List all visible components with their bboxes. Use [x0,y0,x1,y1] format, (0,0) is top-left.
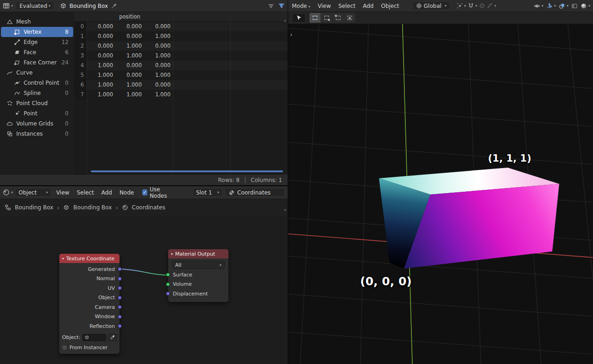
node-header[interactable]: ▾ Texture Coordinate [59,254,120,263]
sidebar-item-face[interactable]: Face 6 [1,47,73,57]
menu-select[interactable]: Select [74,189,97,196]
pin-icon[interactable] [111,3,117,9]
vertex-icon [14,29,20,35]
collapse-chevron-icon[interactable]: ▾ [171,252,173,256]
sidebar-item-control-point[interactable]: Control Point 0 [1,78,73,88]
column-group-position[interactable]: position [87,12,173,22]
sidebar-item-vertex[interactable]: Vertex 8 [1,27,73,37]
viewport-header: Mode▾ View Select Add Object Global ▾ ▾ [288,0,593,12]
evaluation-state-dropdown[interactable]: Evaluated ▾ [16,1,54,10]
object-field[interactable] [82,334,106,341]
select-mode-group [309,13,355,23]
object-visibility-button[interactable]: ▾ [534,3,543,9]
sidebar-item-curve[interactable]: Curve [1,68,73,78]
editor-type-button[interactable]: ▾ [3,189,13,196]
menu-add[interactable]: Add [99,189,115,196]
sidebar-item-point[interactable]: Point 0 [1,108,73,119]
sidebar-item-instances[interactable]: Instances 0 [1,129,73,139]
gizmo-arrows-icon [546,3,553,9]
socket-surface[interactable] [166,273,170,277]
sidebar-item-mesh[interactable]: Mesh [1,17,73,27]
node-texture-coordinate[interactable]: ▾ Texture Coordinate Generated Normal UV… [59,254,120,354]
menu-view[interactable]: View [53,189,72,196]
socket-volume[interactable] [166,282,170,286]
toolbar-expand-arrow[interactable]: › [290,31,292,38]
select-mode-extend[interactable] [321,13,332,23]
falloff-button[interactable]: ▾ [487,3,496,9]
row-count: Rows: 8 [218,177,240,183]
region-collapse-arrow[interactable]: ‹ [284,18,286,24]
material-slot-dropdown[interactable]: Slot 1 ▾ [192,188,223,197]
menu-select[interactable]: Select [335,3,358,9]
use-nodes-toggle[interactable]: ✓ Use Nodes [142,186,174,199]
socket-displacement[interactable] [166,292,170,296]
filter-funnel-icon[interactable] [278,2,285,9]
menu-add[interactable]: Add [360,3,376,9]
snap-target-button[interactable]: ▾ [457,3,466,9]
breadcrumb-material[interactable]: Coordinates [132,204,165,211]
shader-type-dropdown[interactable]: Object ▾ [15,188,51,197]
sidebar-item-face-corner[interactable]: Face Corner 24 [1,57,73,68]
node-header[interactable]: ▾ Material Output [168,249,228,258]
table-column-header[interactable]: position [74,12,288,22]
table-row[interactable]: 30.0001.0001.000 [74,51,288,61]
select-mode-new[interactable] [309,13,321,23]
annotation-origin: (0, 0, 0) [360,275,411,288]
node-canvas[interactable] [0,216,288,364]
spreadsheet-table: position 00.0000.0000.000 10.0000.0001.0… [74,12,288,174]
spreadsheet-status-bar: Rows: 8 | Columns: 1 [0,174,288,185]
sidebar-item-point-cloud[interactable]: Point Cloud [1,98,73,108]
socket-object[interactable] [118,295,122,300]
table-row[interactable]: 41.0000.0000.000 [74,61,288,70]
sidebar-item-volume-grids[interactable]: Volume Grids 0 [1,119,73,129]
select-mode-subtract[interactable] [333,13,344,23]
editor-type-button[interactable]: ▾ [3,2,13,9]
shading-mode-button[interactable]: ▾ [580,3,590,9]
horizontal-scrollbar[interactable] [91,170,283,172]
use-nodes-checkbox[interactable]: ✓ [142,189,147,195]
gizmos-button[interactable]: ▾ [546,3,556,9]
socket-generated[interactable] [118,267,122,271]
table-row[interactable]: 20.0001.0000.000 [74,41,288,51]
viewport-tool-bar [288,12,593,24]
eyedropper-icon[interactable] [108,334,117,341]
socket-reflection[interactable] [118,324,122,328]
table-row[interactable]: 61.0001.0000.000 [74,80,288,90]
filter-rows-icon[interactable] [268,3,274,9]
socket-uv[interactable] [118,286,122,290]
socket-normal[interactable] [118,276,122,281]
table-row[interactable]: 00.0000.0000.000 [74,22,288,31]
from-instancer-toggle[interactable]: From Instancer [62,345,117,351]
chevron-down-icon: ▾ [554,4,556,8]
chevron-down-icon: ▾ [567,4,568,8]
mode-dropdown[interactable]: Mode▾ [291,3,313,9]
select-mode-intersect[interactable] [344,13,355,23]
menu-node[interactable]: Node [117,189,137,196]
breadcrumb-object[interactable]: Bounding Box [15,204,53,211]
menu-view[interactable]: View [315,3,334,9]
transform-orientation-dropdown[interactable]: Global ▾ [412,1,450,10]
overlays-button[interactable]: ▾ [559,3,568,9]
instances-icon [6,131,13,137]
table-row[interactable]: 71.0001.0001.000 [74,90,288,100]
sidebar-item-edge[interactable]: Edge 12 [1,37,73,47]
xray-toggle-icon[interactable] [571,3,578,9]
snap-toggle-button[interactable]: ▾ [468,3,477,9]
point-icon [14,110,20,117]
from-instancer-checkbox[interactable] [62,345,67,350]
node-material-output[interactable]: ▾ Material Output All ▾ Surface Volume D… [168,249,228,302]
table-row[interactable]: 10.0000.0001.000 [74,31,288,41]
3d-viewport[interactable]: (1, 1, 1) (0, 0, 0) Mode▾ View Select Ad… [288,0,593,364]
collapse-chevron-icon[interactable]: ▾ [62,257,64,261]
material-selector[interactable]: Coordinates [225,188,285,197]
breadcrumb-mesh[interactable]: Bounding Box [73,204,112,211]
table-row[interactable]: 51.0000.0001.000 [74,70,288,80]
socket-window[interactable] [118,314,122,319]
sidebar-item-spline[interactable]: Spline 0 [1,88,73,98]
output-target-dropdown[interactable]: All ▾ [172,261,225,269]
proportional-editing-icon[interactable] [479,3,485,9]
menu-object[interactable]: Object [378,3,402,9]
socket-camera[interactable] [118,305,122,309]
region-collapse-arrow[interactable]: ‹ [284,207,286,213]
active-tool-select-box[interactable] [292,13,306,23]
